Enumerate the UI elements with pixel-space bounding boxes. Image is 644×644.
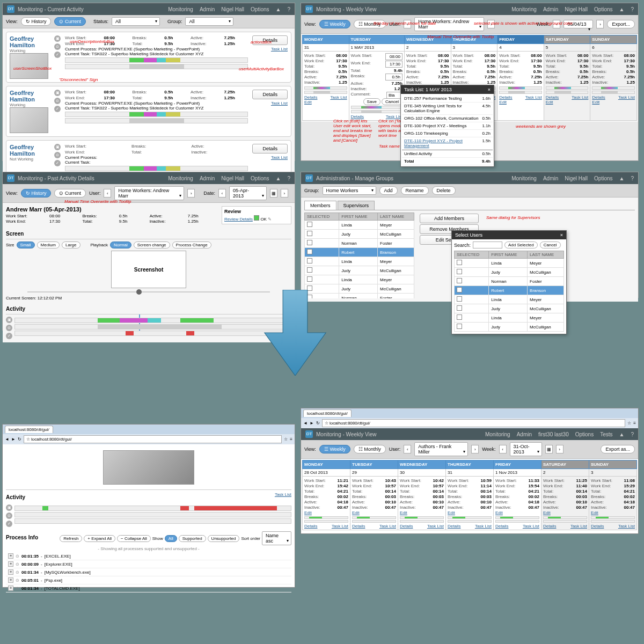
notif-icon[interactable]: ▲ xyxy=(276,175,281,181)
tasklist-link[interactable]: Task List xyxy=(525,95,542,100)
user-prev[interactable]: ‹ xyxy=(104,189,111,197)
expand-icon[interactable]: + xyxy=(8,586,13,591)
cal-icon[interactable]: ▦ xyxy=(270,189,277,197)
add-button[interactable]: Add xyxy=(379,186,398,195)
user-next[interactable]: › xyxy=(471,445,479,453)
ws-input[interactable] xyxy=(385,53,402,60)
week-prev[interactable]: ‹ xyxy=(499,445,507,453)
save-button[interactable]: Save xyxy=(363,98,380,105)
close-icon[interactable]: × xyxy=(488,87,491,92)
star-icon[interactable]: ☆ xyxy=(627,421,631,426)
help-icon[interactable]: ? xyxy=(287,175,290,181)
rename-button[interactable]: Rename xyxy=(401,186,429,195)
menu-icon[interactable]: ≡ xyxy=(633,421,636,426)
collapse-button[interactable]: − Collapse All xyxy=(117,535,151,542)
details-link[interactable]: Details xyxy=(304,95,317,100)
search-input[interactable] xyxy=(473,241,502,248)
row-checkbox[interactable] xyxy=(457,269,462,274)
tasklist-link[interactable]: Task List xyxy=(275,492,291,504)
menu-options[interactable]: Options xyxy=(251,6,269,12)
menu-monitoring[interactable]: Monitoring xyxy=(168,175,193,181)
details-link[interactable]: Details xyxy=(592,95,605,100)
table-row[interactable]: JudyMcCulligan xyxy=(305,230,414,239)
current-button[interactable]: ⊙ Current xyxy=(54,189,86,197)
row-checkbox[interactable] xyxy=(307,231,312,236)
details-link[interactable]: Details xyxy=(591,524,604,529)
menu-options[interactable]: Options xyxy=(575,431,594,437)
edit-link[interactable]: Edit xyxy=(543,510,551,515)
close-icon[interactable]: × xyxy=(560,232,563,238)
row-checkbox[interactable] xyxy=(307,276,312,282)
delete-button[interactable]: Delete xyxy=(432,186,456,195)
row-checkbox[interactable] xyxy=(307,249,312,254)
help-icon[interactable]: ? xyxy=(287,6,290,12)
menu-monitoring[interactable]: Monitoring xyxy=(168,6,193,12)
process-row[interactable]: +⊙00:01:34 - [TOTALCMD.EXE] xyxy=(6,584,291,592)
edit-link[interactable]: Edit xyxy=(400,510,407,515)
table-row[interactable]: LindaMeyer xyxy=(305,275,414,284)
tasklist-link[interactable]: Task List xyxy=(271,101,288,106)
pb-process[interactable]: Process Change xyxy=(172,241,211,248)
help-icon[interactable]: ? xyxy=(631,6,634,12)
details-link[interactable]: Details xyxy=(448,524,460,529)
details-link[interactable]: Details xyxy=(543,524,556,529)
menu-icon[interactable]: ≡ xyxy=(290,437,292,442)
menu-monitoring[interactable]: Monitoring xyxy=(511,6,537,12)
menu-admin[interactable]: Admin xyxy=(200,175,215,181)
tasklist-link[interactable]: Task List xyxy=(271,155,288,160)
back-icon[interactable]: ◄ xyxy=(5,437,9,442)
menu-user[interactable]: Nigel Hall xyxy=(565,6,588,12)
expand-icon[interactable]: + xyxy=(8,553,13,559)
scrubber-handle[interactable] xyxy=(136,289,142,295)
reload-icon[interactable]: ↻ xyxy=(316,421,320,426)
row-checkbox[interactable] xyxy=(457,260,462,265)
table-row[interactable]: NormanFoster xyxy=(305,239,414,248)
table-row[interactable]: JudyMcCulligan xyxy=(455,304,564,313)
sort-select[interactable]: Name asc xyxy=(262,531,291,545)
date-prev[interactable]: ‹ xyxy=(218,189,226,197)
screenshot-thumb[interactable] xyxy=(10,107,48,133)
process-row[interactable]: +⊙00:01:34 - [MySQLWorkbench.exe] xyxy=(6,568,291,576)
expand-button[interactable]: + Expand All xyxy=(84,535,115,542)
export-button[interactable]: Export... xyxy=(607,20,635,28)
browser-tab[interactable]: localhost:8080/dt/gui/ xyxy=(303,409,352,417)
ok-check[interactable] xyxy=(254,215,259,221)
cal-icon[interactable]: ▦ xyxy=(545,445,553,453)
export-button[interactable]: Export as... xyxy=(601,445,635,453)
process-row[interactable]: +⊙00:00:09 - [Explorer.EXE] xyxy=(6,560,291,568)
menu-options[interactable]: Options xyxy=(594,6,612,12)
menu-user[interactable]: Nigel Hall xyxy=(221,6,244,12)
br-input[interactable] xyxy=(385,74,402,80)
table-row[interactable]: JudyMcCulligan xyxy=(455,268,564,277)
table-row[interactable]: RobertBranson xyxy=(305,248,414,257)
task-link[interactable]: DTE-110 Project XYZ - Project Management xyxy=(404,138,482,148)
menu-user[interactable]: first30 last30 xyxy=(538,431,569,437)
status-select[interactable]: All xyxy=(112,17,160,26)
details-link[interactable]: Details xyxy=(546,95,559,100)
row-checkbox[interactable] xyxy=(457,278,462,283)
tab-members[interactable]: Members xyxy=(304,201,336,210)
review-details-link[interactable]: Review Details xyxy=(224,217,253,222)
show-supported[interactable]: Supported xyxy=(179,535,206,542)
notif-icon[interactable]: ▲ xyxy=(276,6,281,12)
table-row[interactable]: JudyMcCulligan xyxy=(305,266,414,275)
process-row[interactable]: +⊙00:05:01 - [Psp.exe] xyxy=(6,576,291,584)
week-date[interactable]: 31-Oct-2013 xyxy=(510,442,542,456)
weekly-button[interactable]: ☰ Weekly xyxy=(319,445,350,453)
user-next[interactable]: › xyxy=(187,189,195,197)
week-next[interactable]: › xyxy=(556,445,564,453)
cancel-button[interactable]: Cancel xyxy=(382,98,402,105)
expand-icon[interactable]: + xyxy=(8,561,13,567)
pb-screen[interactable]: Screen change xyxy=(134,241,170,248)
fwd-icon[interactable]: ► xyxy=(11,437,16,442)
monthly-button[interactable]: ☷ Monthly xyxy=(354,445,386,453)
table-row[interactable]: LindaMeyer xyxy=(455,313,564,323)
back-icon[interactable]: ◄ xyxy=(303,421,308,426)
details-link[interactable]: Details xyxy=(400,524,413,529)
menu-admin[interactable]: Admin xyxy=(517,431,532,437)
table-row[interactable]: LindaMeyer xyxy=(305,221,414,230)
menu-monitoring[interactable]: Monitoring xyxy=(511,175,537,181)
table-row[interactable]: LindaMeyer xyxy=(305,257,414,266)
row-checkbox[interactable] xyxy=(457,287,462,292)
user-select[interactable]: Authors - Frank Miller xyxy=(414,442,468,456)
